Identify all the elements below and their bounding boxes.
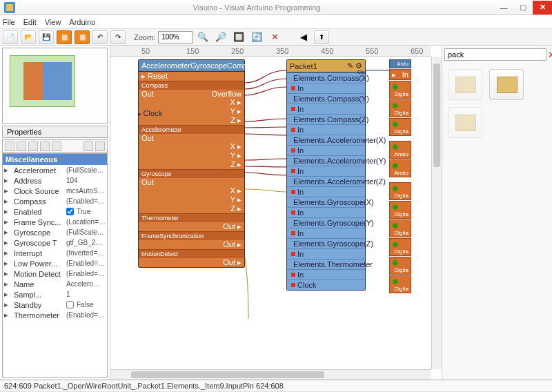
prop-row[interactable]: ▸Frame Sync...(Location=fslDisabled,En..… bbox=[3, 217, 107, 227]
open-button[interactable]: 📂 bbox=[21, 30, 36, 44]
menu-arduino[interactable]: Arduino bbox=[69, 18, 95, 26]
arduino-pin[interactable]: ◉Digita bbox=[389, 81, 411, 99]
prop-row[interactable]: ▸Clock SourcemcsAutoSelect bbox=[3, 186, 107, 196]
zoom-out-icon[interactable]: 🔎 bbox=[213, 30, 228, 44]
packet-row[interactable]: Elements.Gyroscope(X) bbox=[287, 197, 365, 207]
upload-button[interactable]: ⬆ bbox=[314, 30, 329, 44]
packet-row[interactable]: In bbox=[287, 124, 365, 135]
delete-icon[interactable]: ✕ bbox=[267, 30, 282, 44]
zoom-in-icon[interactable]: 🔍 bbox=[195, 30, 210, 44]
nav-back-icon[interactable]: ◀ bbox=[296, 30, 311, 44]
arduino-pin[interactable]: ◉Analo bbox=[389, 159, 411, 177]
canvas-scrollbar-vertical[interactable] bbox=[431, 57, 442, 369]
close-button[interactable]: ✕ bbox=[533, 1, 552, 14]
refresh-icon[interactable]: 🔄 bbox=[249, 30, 264, 44]
packet-row[interactable]: Elements.Compass(Y) bbox=[287, 93, 365, 104]
packet-row[interactable]: In bbox=[287, 83, 365, 93]
prop-tool-1[interactable] bbox=[5, 141, 14, 151]
prop-row[interactable]: ▸Thermometer(Enabled=True) bbox=[3, 310, 107, 320]
orange-tool-1[interactable]: ▦ bbox=[57, 30, 72, 44]
arduino-pin[interactable]: ◉Digita bbox=[389, 201, 411, 219]
new-button[interactable]: 📄 bbox=[3, 30, 18, 44]
prop-tool-4[interactable] bbox=[40, 141, 50, 151]
search-clear-icon[interactable]: ✕ bbox=[548, 48, 552, 61]
zoom-select[interactable] bbox=[158, 31, 193, 43]
prop-row[interactable]: ▸Address104 bbox=[3, 175, 107, 186]
prop-row[interactable]: ▸Gyroscope Tgtf_GB_250Hz_GF_8KH... bbox=[3, 237, 107, 248]
prop-tool-7[interactable] bbox=[95, 141, 105, 151]
zoom-fit-icon[interactable]: 🔲 bbox=[231, 30, 246, 44]
packet-row[interactable]: In bbox=[287, 166, 365, 176]
arduino-pin[interactable]: ◉Digita bbox=[389, 182, 411, 200]
packet-row[interactable]: Elements.Gyroscope(Z) bbox=[287, 238, 365, 248]
tree-header-misc[interactable]: Miscellaneous bbox=[3, 154, 107, 165]
packet-row[interactable]: Elements.Thermometer bbox=[287, 259, 365, 269]
palette-search[interactable] bbox=[444, 48, 546, 61]
properties-tab[interactable]: Properties bbox=[2, 126, 108, 138]
canvas-area: 50150250350450550650 bbox=[110, 46, 442, 380]
arduino-title: Ardu bbox=[389, 59, 411, 68]
packet-row[interactable]: Elements.Accelerometer(Z) bbox=[287, 176, 365, 186]
palette-item-1[interactable] bbox=[448, 69, 482, 100]
palette-item-3[interactable] bbox=[448, 107, 482, 138]
undo-button[interactable]: ↶ bbox=[92, 30, 108, 44]
prop-tool-2[interactable] bbox=[17, 141, 26, 151]
clock-pin-label: ▸ Clock bbox=[138, 109, 162, 117]
packet-out-label: Out bbox=[357, 69, 366, 75]
prop-row[interactable]: ▸Enabled True bbox=[3, 206, 107, 217]
design-canvas[interactable]: AccelerometerGyroscopeCompass1 ▸ Reset C… bbox=[110, 57, 431, 369]
titlebar: Visuino - Visual Arduino Programming — ▢… bbox=[0, 0, 552, 15]
arduino-pin[interactable]: ◉Digita bbox=[389, 257, 411, 275]
overview-map[interactable] bbox=[2, 48, 108, 124]
save-button[interactable]: 💾 bbox=[39, 30, 54, 44]
status-coords: 624:609 Packet1._OpenWireRootUnit_.Packe… bbox=[0, 380, 552, 392]
block1-title: AccelerometerGyroscopeCompass1 bbox=[139, 60, 244, 72]
packet-row[interactable]: Elements.Accelerometer(Y) bbox=[287, 155, 365, 166]
prop-row[interactable]: ▸Standby False bbox=[3, 300, 107, 310]
packet-row[interactable]: In bbox=[287, 145, 365, 155]
prop-tool-5[interactable] bbox=[52, 141, 61, 151]
menu-file[interactable]: File bbox=[3, 18, 15, 26]
packet-row[interactable]: Elements.Compass(X) bbox=[287, 72, 365, 83]
prop-row[interactable]: ▸Acceleromet(FullScaleRange=ar2g,X... bbox=[3, 165, 107, 175]
orange-tool-2[interactable]: ▦ bbox=[75, 30, 90, 44]
minimize-button[interactable]: — bbox=[494, 1, 513, 14]
prop-row[interactable]: ▸NameAccelerometerGyroscop... bbox=[3, 279, 107, 289]
packet-row[interactable]: In bbox=[287, 248, 365, 259]
prop-row[interactable]: ▸Gyroscope(FullScaleRange=gr250d... bbox=[3, 227, 107, 237]
arduino-pin[interactable]: ◉Digita bbox=[389, 219, 411, 237]
packet-row[interactable]: In bbox=[287, 228, 365, 238]
menu-view[interactable]: View bbox=[45, 18, 61, 26]
prop-tool-3[interactable] bbox=[28, 141, 38, 151]
palette-item-2[interactable] bbox=[489, 69, 524, 100]
canvas-scrollbar-horizontal[interactable] bbox=[110, 369, 431, 380]
packet-row[interactable]: In bbox=[287, 269, 365, 280]
packet-row[interactable]: In bbox=[287, 186, 365, 197]
arduino-pin[interactable]: ◉Digita bbox=[389, 118, 411, 136]
redo-button[interactable]: ↷ bbox=[110, 30, 126, 44]
prop-row[interactable]: ▸Compass(Enabled=False,SelfTest... bbox=[3, 196, 107, 206]
arduino-pin[interactable]: ◉Digita bbox=[389, 238, 411, 256]
arduino-pin[interactable]: ◉Digita bbox=[389, 99, 411, 117]
toolbar: 📄 📂 💾 ▦ ▦ ↶ ↷ Zoom: 🔍 🔎 🔲 🔄 ✕ ◀ ⬆ bbox=[0, 29, 552, 46]
prop-row[interactable]: ▸Sampl...1 bbox=[3, 289, 107, 300]
prop-row[interactable]: ▸Interrupt(Inverted=False,OpenDra... bbox=[3, 248, 107, 258]
packet-row[interactable]: In bbox=[287, 207, 365, 217]
properties-tree[interactable]: Miscellaneous ▸Acceleromet(FullScaleRang… bbox=[2, 153, 108, 378]
menu-edit[interactable]: Edit bbox=[23, 18, 37, 26]
prop-row[interactable]: ▸Low Power...(Enabled=True,SampleFr... bbox=[3, 258, 107, 268]
arduino-block[interactable]: Ardu ▸In ◉Digita◉Digita◉Digita◉Analo◉Ana… bbox=[389, 59, 411, 294]
arduino-pin[interactable]: ◉Digita bbox=[389, 275, 411, 293]
packet-row[interactable]: Clock bbox=[287, 280, 365, 290]
packet-row[interactable]: Elements.Gyroscope(Y) bbox=[287, 217, 365, 228]
app-icon bbox=[4, 2, 15, 13]
packet-block[interactable]: Packet1✎ ⚙ Elements.Compass(X)InElements… bbox=[286, 59, 366, 291]
packet-row[interactable]: Elements.Compass(Z) bbox=[287, 114, 365, 124]
maximize-button[interactable]: ▢ bbox=[513, 1, 533, 14]
prop-tool-6[interactable] bbox=[83, 141, 93, 151]
arduino-pin[interactable]: ◉Analo bbox=[389, 141, 411, 159]
prop-row[interactable]: ▸Motion Detect(Enabled=True,Compare... bbox=[3, 268, 107, 279]
packet-row[interactable]: In bbox=[287, 104, 365, 114]
accel-gyro-block[interactable]: AccelerometerGyroscopeCompass1 ▸ Reset C… bbox=[138, 59, 245, 268]
packet-row[interactable]: Elements.Accelerometer(X) bbox=[287, 135, 365, 145]
